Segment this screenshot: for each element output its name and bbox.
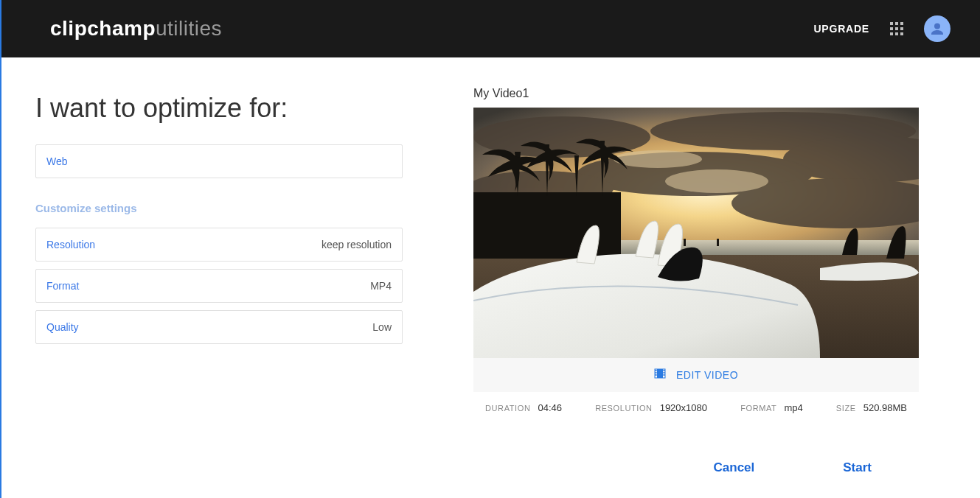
- svg-rect-23: [663, 372, 664, 374]
- setting-quality[interactable]: Quality Low: [35, 310, 403, 344]
- setting-label: Resolution: [46, 239, 95, 250]
- svg-point-9: [614, 150, 702, 168]
- setting-format[interactable]: Format MP4: [35, 269, 403, 303]
- setting-label: Format: [46, 280, 79, 292]
- apps-grid-icon[interactable]: [890, 22, 903, 35]
- optimize-heading: I want to optimize for:: [35, 93, 403, 124]
- svg-point-8: [665, 169, 768, 193]
- setting-value: Low: [372, 321, 392, 333]
- svg-rect-21: [655, 374, 656, 376]
- thumbnail-image: [473, 108, 919, 358]
- logo-light: utilities: [156, 17, 222, 40]
- svg-rect-24: [663, 374, 664, 376]
- meta-format: FORMAT mp4: [740, 402, 803, 413]
- user-avatar[interactable]: [924, 15, 951, 42]
- main-content: I want to optimize for: Web Customize se…: [1, 57, 980, 475]
- svg-rect-12: [473, 192, 621, 259]
- svg-rect-13: [684, 239, 686, 246]
- action-row: Cancel Start: [473, 460, 919, 475]
- left-panel: I want to optimize for: Web Customize se…: [35, 87, 403, 475]
- meta-size: SIZE 520.98MB: [836, 402, 907, 413]
- svg-rect-14: [717, 239, 719, 246]
- logo-bold: clipchamp: [50, 17, 156, 40]
- film-icon: [654, 368, 666, 382]
- svg-rect-22: [663, 370, 664, 371]
- customize-label: Customize settings: [35, 202, 403, 214]
- video-thumbnail: [473, 108, 919, 358]
- upgrade-button[interactable]: UPGRADE: [813, 23, 869, 35]
- cancel-button[interactable]: Cancel: [714, 460, 755, 475]
- meta-resolution: RESOLUTION 1920x1080: [595, 402, 707, 413]
- header-right: UPGRADE: [813, 15, 951, 42]
- svg-rect-19: [655, 370, 656, 371]
- meta-duration: DURATION 04:46: [485, 402, 562, 413]
- user-icon: [928, 20, 946, 38]
- setting-resolution[interactable]: Resolution keep resolution: [35, 228, 403, 262]
- preset-select[interactable]: Web: [35, 144, 403, 178]
- app-header: clipchamputilities UPGRADE: [1, 0, 980, 57]
- setting-value: MP4: [370, 280, 392, 292]
- setting-value: keep resolution: [322, 239, 392, 250]
- video-title: My Video1: [473, 87, 919, 100]
- right-panel: My Video1: [473, 87, 919, 475]
- preset-label: Web: [46, 155, 68, 167]
- start-button[interactable]: Start: [843, 460, 872, 475]
- svg-rect-20: [655, 372, 656, 374]
- edit-video-button[interactable]: EDIT VIDEO: [473, 358, 919, 392]
- svg-point-0: [934, 24, 940, 29]
- logo: clipchamputilities: [50, 17, 222, 41]
- edit-video-label: EDIT VIDEO: [676, 369, 738, 381]
- video-meta: DURATION 04:46 RESOLUTION 1920x1080 FORM…: [473, 392, 919, 413]
- setting-label: Quality: [46, 321, 79, 333]
